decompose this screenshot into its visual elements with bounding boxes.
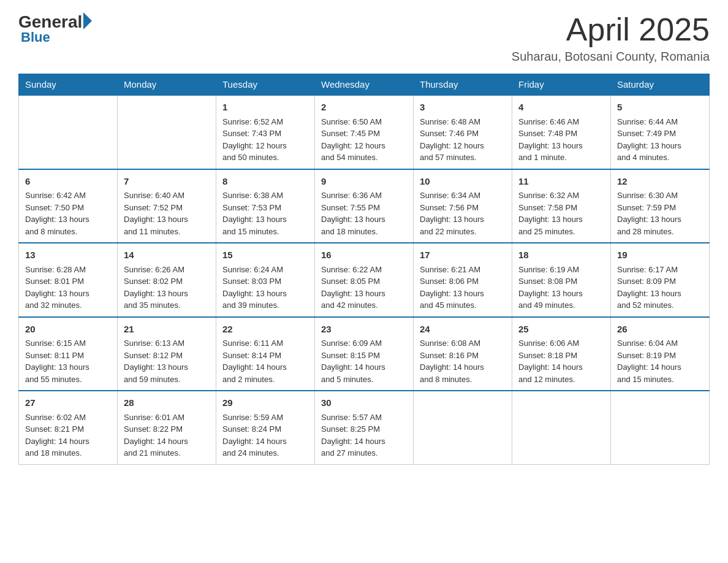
calendar-cell: 7Sunrise: 6:40 AM Sunset: 7:52 PM Daylig… [118,169,216,243]
day-number: 26 [617,323,703,337]
day-number: 18 [518,248,604,262]
day-info: Sunrise: 6:13 AM Sunset: 8:12 PM Dayligh… [124,337,210,385]
week-row-3: 13Sunrise: 6:28 AM Sunset: 8:01 PM Dayli… [19,243,710,317]
calendar-cell: 30Sunrise: 5:57 AM Sunset: 8:25 PM Dayli… [315,391,414,464]
day-info: Sunrise: 6:32 AM Sunset: 7:58 PM Dayligh… [518,190,604,237]
calendar-cell: 15Sunrise: 6:24 AM Sunset: 8:03 PM Dayli… [216,243,315,317]
day-number: 27 [25,396,111,410]
calendar-table: SundayMondayTuesdayWednesdayThursdayFrid… [18,74,710,465]
calendar-cell: 3Sunrise: 6:48 AM Sunset: 7:46 PM Daylig… [414,95,512,169]
calendar-cell: 18Sunrise: 6:19 AM Sunset: 8:08 PM Dayli… [512,243,611,317]
day-info: Sunrise: 6:04 AM Sunset: 8:19 PM Dayligh… [617,337,703,385]
calendar-cell [512,391,611,464]
column-header-friday: Friday [512,74,611,96]
column-header-saturday: Saturday [611,74,710,96]
column-header-wednesday: Wednesday [315,74,414,96]
day-info: Sunrise: 6:42 AM Sunset: 7:50 PM Dayligh… [25,190,111,237]
day-info: Sunrise: 6:44 AM Sunset: 7:49 PM Dayligh… [617,116,703,164]
day-info: Sunrise: 6:38 AM Sunset: 7:53 PM Dayligh… [222,190,308,237]
day-info: Sunrise: 6:15 AM Sunset: 8:11 PM Dayligh… [25,337,111,385]
day-info: Sunrise: 6:19 AM Sunset: 8:08 PM Dayligh… [518,264,604,312]
calendar-cell: 21Sunrise: 6:13 AM Sunset: 8:12 PM Dayli… [118,317,216,391]
day-number: 14 [124,248,210,262]
day-info: Sunrise: 6:40 AM Sunset: 7:52 PM Dayligh… [124,190,210,237]
column-header-thursday: Thursday [414,74,512,96]
day-number: 7 [124,175,210,189]
day-info: Sunrise: 6:08 AM Sunset: 8:16 PM Dayligh… [420,337,506,385]
day-info: Sunrise: 6:34 AM Sunset: 7:56 PM Dayligh… [420,190,506,237]
calendar-cell: 22Sunrise: 6:11 AM Sunset: 8:14 PM Dayli… [216,317,315,391]
day-info: Sunrise: 6:09 AM Sunset: 8:15 PM Dayligh… [321,337,407,385]
calendar-cell: 29Sunrise: 5:59 AM Sunset: 8:24 PM Dayli… [216,391,315,464]
calendar-cell: 19Sunrise: 6:17 AM Sunset: 8:09 PM Dayli… [611,243,710,317]
day-info: Sunrise: 6:21 AM Sunset: 8:06 PM Dayligh… [420,264,506,312]
day-number: 10 [420,175,506,189]
day-info: Sunrise: 6:17 AM Sunset: 8:09 PM Dayligh… [617,264,703,312]
day-number: 24 [420,323,506,337]
calendar-cell: 14Sunrise: 6:26 AM Sunset: 8:02 PM Dayli… [118,243,216,317]
day-info: Sunrise: 6:50 AM Sunset: 7:45 PM Dayligh… [321,116,407,164]
day-number: 28 [124,396,210,410]
calendar-cell: 17Sunrise: 6:21 AM Sunset: 8:06 PM Dayli… [414,243,512,317]
day-number: 1 [222,101,308,115]
column-header-sunday: Sunday [19,74,118,96]
month-title: April 2025 [512,12,710,47]
week-row-2: 6Sunrise: 6:42 AM Sunset: 7:50 PM Daylig… [19,169,710,243]
day-number: 5 [617,101,703,115]
day-number: 17 [420,248,506,262]
day-number: 21 [124,323,210,337]
day-info: Sunrise: 6:02 AM Sunset: 8:21 PM Dayligh… [25,412,111,459]
calendar-cell [414,391,512,464]
week-row-4: 20Sunrise: 6:15 AM Sunset: 8:11 PM Dayli… [19,317,710,391]
day-info: Sunrise: 6:48 AM Sunset: 7:46 PM Dayligh… [420,116,506,164]
calendar-cell: 1Sunrise: 6:52 AM Sunset: 7:43 PM Daylig… [216,95,315,169]
day-info: Sunrise: 6:22 AM Sunset: 8:05 PM Dayligh… [321,264,407,312]
day-number: 16 [321,248,407,262]
calendar-cell: 9Sunrise: 6:36 AM Sunset: 7:55 PM Daylig… [315,169,414,243]
title-block: April 2025 Suharau, Botosani County, Rom… [512,12,710,64]
day-number: 11 [518,175,604,189]
day-number: 29 [222,396,308,410]
logo: General Blue [18,12,92,45]
calendar-cell: 10Sunrise: 6:34 AM Sunset: 7:56 PM Dayli… [414,169,512,243]
logo-triangle-icon [83,12,92,29]
day-info: Sunrise: 6:30 AM Sunset: 7:59 PM Dayligh… [617,190,703,237]
calendar-cell: 25Sunrise: 6:06 AM Sunset: 8:18 PM Dayli… [512,317,611,391]
day-info: Sunrise: 6:06 AM Sunset: 8:18 PM Dayligh… [518,337,604,385]
calendar-cell: 13Sunrise: 6:28 AM Sunset: 8:01 PM Dayli… [19,243,118,317]
calendar-cell: 27Sunrise: 6:02 AM Sunset: 8:21 PM Dayli… [19,391,118,464]
calendar-cell: 5Sunrise: 6:44 AM Sunset: 7:49 PM Daylig… [611,95,710,169]
calendar-cell: 12Sunrise: 6:30 AM Sunset: 7:59 PM Dayli… [611,169,710,243]
day-info: Sunrise: 6:28 AM Sunset: 8:01 PM Dayligh… [25,264,111,312]
day-number: 13 [25,248,111,262]
calendar-cell: 16Sunrise: 6:22 AM Sunset: 8:05 PM Dayli… [315,243,414,317]
day-number: 30 [321,396,407,410]
day-info: Sunrise: 6:24 AM Sunset: 8:03 PM Dayligh… [222,264,308,312]
day-number: 2 [321,101,407,115]
calendar-cell: 23Sunrise: 6:09 AM Sunset: 8:15 PM Dayli… [315,317,414,391]
calendar-cell: 20Sunrise: 6:15 AM Sunset: 8:11 PM Dayli… [19,317,118,391]
day-info: Sunrise: 6:52 AM Sunset: 7:43 PM Dayligh… [222,116,308,164]
calendar-header-row: SundayMondayTuesdayWednesdayThursdayFrid… [19,74,710,96]
day-number: 20 [25,323,111,337]
column-header-monday: Monday [118,74,216,96]
day-number: 15 [222,248,308,262]
calendar-cell: 4Sunrise: 6:46 AM Sunset: 7:48 PM Daylig… [512,95,611,169]
day-number: 25 [518,323,604,337]
calendar-cell: 28Sunrise: 6:01 AM Sunset: 8:22 PM Dayli… [118,391,216,464]
day-number: 19 [617,248,703,262]
calendar-cell: 6Sunrise: 6:42 AM Sunset: 7:50 PM Daylig… [19,169,118,243]
day-info: Sunrise: 6:11 AM Sunset: 8:14 PM Dayligh… [222,337,308,385]
day-number: 3 [420,101,506,115]
day-info: Sunrise: 5:59 AM Sunset: 8:24 PM Dayligh… [222,412,308,459]
day-number: 8 [222,175,308,189]
day-info: Sunrise: 6:36 AM Sunset: 7:55 PM Dayligh… [321,190,407,237]
location-title: Suharau, Botosani County, Romania [512,50,710,64]
day-info: Sunrise: 6:46 AM Sunset: 7:48 PM Dayligh… [518,116,604,164]
calendar-cell: 8Sunrise: 6:38 AM Sunset: 7:53 PM Daylig… [216,169,315,243]
column-header-tuesday: Tuesday [216,74,315,96]
week-row-1: 1Sunrise: 6:52 AM Sunset: 7:43 PM Daylig… [19,95,710,169]
calendar-cell [611,391,710,464]
calendar-cell: 2Sunrise: 6:50 AM Sunset: 7:45 PM Daylig… [315,95,414,169]
calendar-cell: 26Sunrise: 6:04 AM Sunset: 8:19 PM Dayli… [611,317,710,391]
